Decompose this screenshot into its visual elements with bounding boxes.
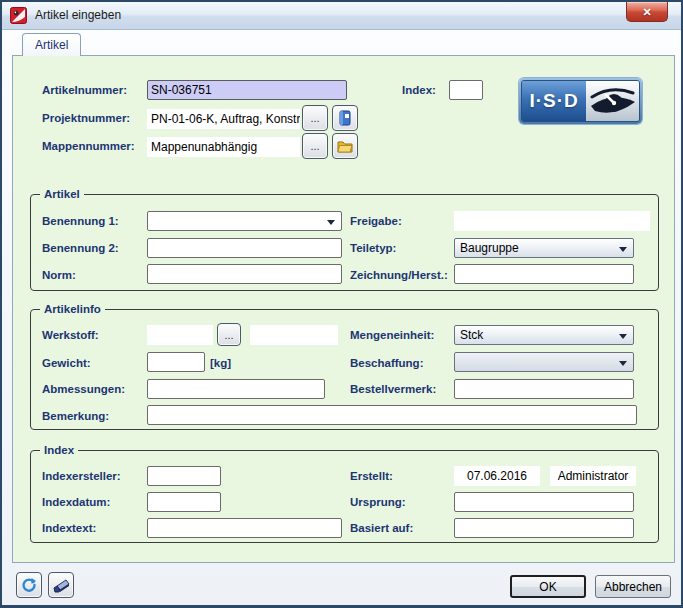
isd-logo-frame: I·S·D (521, 80, 640, 122)
abmessungen-input[interactable] (147, 379, 325, 399)
group-index-title: Index (40, 444, 78, 456)
ursprung-label: Ursprung: (350, 496, 406, 508)
app-icon (10, 7, 27, 24)
erstellt-date: 07.06.2016 (454, 466, 540, 486)
bestellvermerk-input[interactable] (454, 379, 634, 399)
mengeneinheit-dropdown[interactable]: Stck (454, 325, 634, 345)
mappennummer-value: Mappenunabhängig (147, 137, 300, 157)
close-icon: ✕ (642, 6, 651, 18)
freigabe-value (454, 211, 650, 231)
chevron-down-icon (619, 334, 627, 339)
folder-icon (337, 139, 353, 153)
artikelnummer-label: Artikelnummer: (42, 84, 127, 96)
werkstoff-browse-button[interactable]: ... (217, 323, 241, 346)
artikelnummer-input[interactable] (147, 80, 347, 100)
index-label: Index: (402, 84, 436, 96)
mappen-browse-button[interactable]: ... (302, 133, 328, 159)
indextext-input[interactable] (147, 518, 342, 538)
chevron-down-icon (327, 220, 335, 225)
indextext-label: Indextext: (42, 522, 96, 534)
titlebar[interactable]: Artikel eingeben ✕ (2, 2, 681, 30)
isd-logo-text: I·S·D (522, 81, 586, 121)
refresh-icon (21, 577, 37, 593)
ellipsis-icon: ... (310, 112, 319, 124)
projektnummer-label: Projektnummer: (42, 112, 130, 124)
mengeneinheit-label: Mengeneinheit: (350, 329, 434, 341)
benennung2-label: Benennung 2: (42, 242, 119, 254)
indexdatum-input[interactable] (147, 492, 221, 512)
ellipsis-icon: ... (224, 329, 233, 341)
werkstoff-label: Werkstoff: (42, 329, 99, 341)
isd-eye-icon (586, 81, 639, 121)
beschaffung-dropdown[interactable] (454, 352, 634, 372)
projekt-browse-button[interactable]: ... (302, 105, 328, 131)
basiert-auf-input[interactable] (454, 518, 634, 538)
index-input[interactable] (449, 80, 483, 100)
indexdatum-label: Indexdatum: (42, 496, 110, 508)
basiert-auf-label: Basiert auf: (350, 522, 413, 534)
isd-logo: I·S·D (519, 78, 642, 124)
zeichnung-label: Zeichnung/Herst.: (350, 269, 448, 281)
indexersteller-input[interactable] (147, 466, 221, 486)
erstellt-label: Erstellt: (350, 470, 393, 482)
erstellt-user: Administrator (550, 466, 636, 486)
werkstoff-value-2 (250, 325, 338, 345)
bemerkung-label: Bemerkung: (42, 410, 109, 422)
abmessungen-label: Abmessungen: (42, 383, 125, 395)
cancel-button[interactable]: Abbrechen (595, 575, 671, 598)
book-icon (338, 110, 352, 126)
ok-button[interactable]: OK (510, 575, 586, 598)
mappennummer-label: Mappennummer: (42, 140, 135, 152)
norm-label: Norm: (42, 269, 76, 281)
benennung2-input[interactable] (147, 238, 342, 258)
werkstoff-value-1 (147, 325, 213, 345)
bemerkung-input[interactable] (147, 405, 637, 425)
teiletyp-label: Teiletyp: (350, 242, 396, 254)
refresh-button[interactable] (16, 572, 42, 598)
norm-input[interactable] (147, 264, 342, 284)
gewicht-unit-label: [kg] (210, 357, 231, 369)
window-title: Artikel eingeben (35, 8, 121, 22)
chevron-down-icon (619, 247, 627, 252)
group-artikelinfo-title: Artikelinfo (40, 303, 105, 315)
chevron-down-icon (619, 361, 627, 366)
group-artikel-title: Artikel (40, 188, 84, 200)
dialog-window: Artikel eingeben ✕ Artikel Artikelnummer… (0, 0, 683, 608)
benennung1-label: Benennung 1: (42, 215, 119, 227)
mappen-folder-button[interactable] (332, 133, 358, 159)
tab-artikel[interactable]: Artikel (22, 33, 81, 56)
close-button[interactable]: ✕ (626, 2, 668, 22)
gewicht-input[interactable] (147, 352, 205, 372)
eraser-button[interactable] (48, 572, 74, 598)
ursprung-input[interactable] (454, 492, 634, 512)
projektnummer-value: PN-01-06-K, Auftrag, Konstru (147, 109, 300, 129)
zeichnung-input[interactable] (454, 264, 634, 284)
benennung1-combobox[interactable] (147, 211, 342, 231)
bestellvermerk-label: Bestellvermerk: (350, 383, 436, 395)
eraser-icon (53, 578, 70, 593)
beschaffung-label: Beschaffung: (350, 357, 423, 369)
freigabe-label: Freigabe: (350, 215, 402, 227)
teiletyp-dropdown[interactable]: Baugruppe (454, 238, 634, 258)
indexersteller-label: Indexersteller: (42, 470, 121, 482)
gewicht-label: Gewicht: (42, 357, 91, 369)
ellipsis-icon: ... (310, 140, 319, 152)
teiletyp-value: Baugruppe (460, 241, 519, 255)
mengeneinheit-value: Stck (460, 328, 483, 342)
projekt-database-button[interactable] (332, 105, 358, 131)
